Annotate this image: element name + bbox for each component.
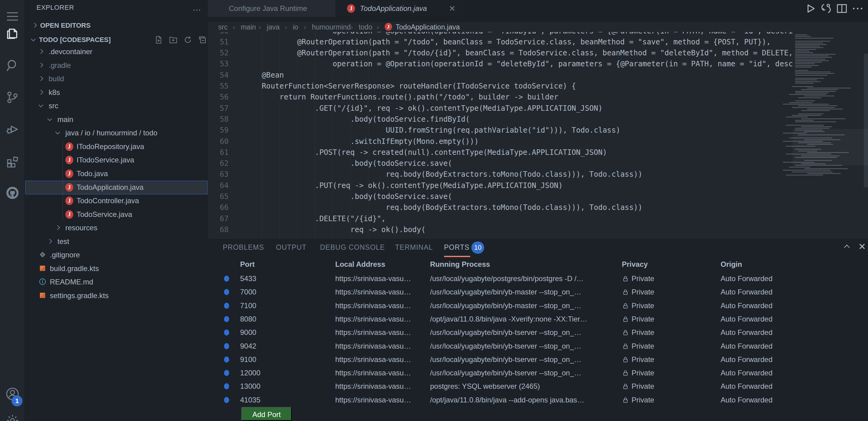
tree-item--gradle[interactable]: .gradle [25,59,208,72]
minimap-slider[interactable] [793,129,868,166]
cell-local-address[interactable]: https://srinivasa-vasu… [335,274,411,283]
tree-item-todoservice-java[interactable]: JTodoService.java [25,208,208,221]
tree-item-itodoservice-java[interactable]: JITodoService.java [25,153,208,167]
table-row[interactable]: 8080https://srinivasa-vasu…/opt/java/11.… [208,312,868,326]
extensions-icon[interactable] [5,153,20,168]
panel-close-icon[interactable]: ✕ [858,241,866,252]
code-line: req.body(BodyExtractors.toMono(Todo.clas… [386,202,643,213]
split-editor-icon[interactable] [835,2,848,15]
editor-scrollbar[interactable] [864,54,868,187]
tree-item--devcontainer[interactable]: .devcontainer [25,45,208,58]
refresh-icon[interactable] [183,35,192,45]
source-control-icon[interactable] [5,90,20,105]
tab-close-icon[interactable]: ✕ [449,4,456,13]
cell-running-process: /usr/local/yugabyte/bin/yb-master --stop… [430,302,581,310]
add-port-button[interactable]: Add Port [241,407,292,421]
cell-local-address[interactable]: https://srinivasa-vasu… [335,315,411,324]
line-number: 59 [208,125,228,136]
table-row[interactable]: 7100https://srinivasa-vasu…/usr/local/yu… [208,299,868,312]
new-folder-icon[interactable] [169,35,178,45]
run-debug-icon[interactable] [5,122,20,137]
table-row[interactable]: 5433https://srinivasa-vasu…/usr/local/yu… [208,272,868,285]
breadcrumb-item[interactable]: TodoApplication.java [396,23,460,31]
breadcrumb-separator: › [285,23,287,30]
cell-port: 7100 [240,302,256,310]
section-open-editors[interactable]: OPEN EDITORS [25,19,208,32]
column-header-origin: Origin [721,260,742,269]
tree-item-label: TodoController.java [76,197,139,205]
table-row[interactable]: 41035https://srinivasa-vasu…/opt/java/11… [208,393,868,407]
table-row[interactable]: 9042https://srinivasa-vasu…/usr/local/yu… [208,339,868,353]
cell-origin: Auto Forwarded [721,382,773,391]
tree-item-itodorepository-java[interactable]: JITodoRepository.java [25,140,208,153]
port-dot-icon [224,370,229,376]
cell-local-address[interactable]: https://srinivasa-vasu… [335,302,411,310]
collapse-all-icon[interactable] [198,35,207,45]
cell-local-address[interactable]: https://srinivasa-vasu… [335,396,411,404]
search-icon[interactable] [5,58,20,73]
cell-local-address[interactable]: https://srinivasa-vasu… [335,328,411,337]
chevron-right-icon [39,63,43,67]
tree-item-label: settings.gradle.kts [50,291,108,300]
breadcrumb-item[interactable]: io [293,23,298,31]
lock-icon [622,396,629,404]
table-row[interactable]: 12000https://srinivasa-vasu…/usr/local/y… [208,366,868,380]
tree-item-k8s[interactable]: k8s [25,86,208,99]
table-row[interactable]: 9000https://srinivasa-vasu…/usr/local/yu… [208,326,868,339]
cell-local-address[interactable]: https://srinivasa-vasu… [335,382,411,391]
breadcrumb-item[interactable]: todo [359,23,372,31]
activity-bar: 1 [0,0,25,421]
table-row[interactable]: 7000https://srinivasa-vasu…/usr/local/yu… [208,285,868,299]
tree-item-build-gradle-kts[interactable]: build.gradle.kts [25,262,208,275]
chevron-right-icon [39,49,43,54]
menu-icon[interactable] [5,9,20,24]
github-icon[interactable] [5,186,20,200]
cell-local-address[interactable]: https://srinivasa-vasu… [335,369,411,377]
chevron-down-icon [55,130,60,135]
tree-item-todo-java[interactable]: JTodo.java [25,167,208,180]
panel-collapse-icon[interactable] [844,245,849,250]
tree-item-build[interactable]: build [25,72,208,85]
lock-icon [622,302,629,309]
sidebar-more-icon[interactable]: ⋯ [193,5,202,15]
run-icon[interactable] [804,2,817,15]
panel-tab-debug-console[interactable]: DEBUG CONSOLE [320,243,385,252]
tab-configure-java-runtime[interactable]: Configure Java Runtime [208,0,336,17]
tree-item-java-io-humourmind-todo[interactable]: java / io / humourmind / todo [25,126,208,140]
sync-run-icon[interactable] [819,2,833,15]
section-project[interactable]: TODO [CODESPACES] [25,33,208,47]
explorer-icon[interactable] [5,26,20,41]
cell-local-address[interactable]: https://srinivasa-vasu… [335,342,411,350]
tree-item-test[interactable]: test [25,235,208,248]
panel-tab-output[interactable]: OUTPUT [276,243,307,252]
breadcrumb-item[interactable]: main [241,23,256,31]
breadcrumb-item[interactable]: src [218,23,228,31]
tree-item--gitignore[interactable]: .gitignore [25,248,208,261]
breadcrumb-separator: › [351,23,353,30]
new-file-icon[interactable] [154,35,163,45]
settings-gear-icon[interactable] [5,413,20,421]
cell-local-address[interactable]: https://srinivasa-vasu… [335,355,411,364]
panel-tab-problems[interactable]: PROBLEMS [223,243,264,252]
cell-local-address[interactable]: https://srinivasa-vasu… [335,288,411,296]
bottom-panel: PROBLEMSOUTPUTDEBUG CONSOLETERMINALPORTS… [208,239,868,421]
tree-item-readme-md[interactable]: README.md [25,275,208,289]
tree-item-main[interactable]: main [25,113,208,126]
java-file-icon: J [65,210,73,219]
table-row[interactable]: 13000https://srinivasa-vasu…postgres: YS… [208,380,868,393]
table-row[interactable]: 9100https://srinivasa-vasu…/usr/local/yu… [208,353,868,366]
breadcrumb-item[interactable]: java [267,23,280,31]
tree-item-src[interactable]: src [25,99,208,113]
code-editor[interactable]: 50operation = @Operation(operationId = "… [208,22,868,239]
panel-tab-ports[interactable]: PORTS [444,243,470,252]
more-actions-icon[interactable] [851,2,864,15]
tree-item-settings-gradle-kts[interactable]: settings.gradle.kts [25,289,208,302]
cell-origin: Auto Forwarded [721,355,773,364]
port-dot-icon [224,276,229,282]
breadcrumb-item[interactable]: humourmind [312,23,351,31]
tree-item-todoapplication-java[interactable]: JTodoApplication.java [25,181,208,194]
tree-item-resources[interactable]: resources [25,221,208,234]
panel-tab-terminal[interactable]: TERMINAL [395,243,433,252]
tab-todoapplication-java[interactable]: JTodoApplication.java✕ [336,0,465,17]
tree-item-todocontroller-java[interactable]: JTodoController.java [25,194,208,207]
